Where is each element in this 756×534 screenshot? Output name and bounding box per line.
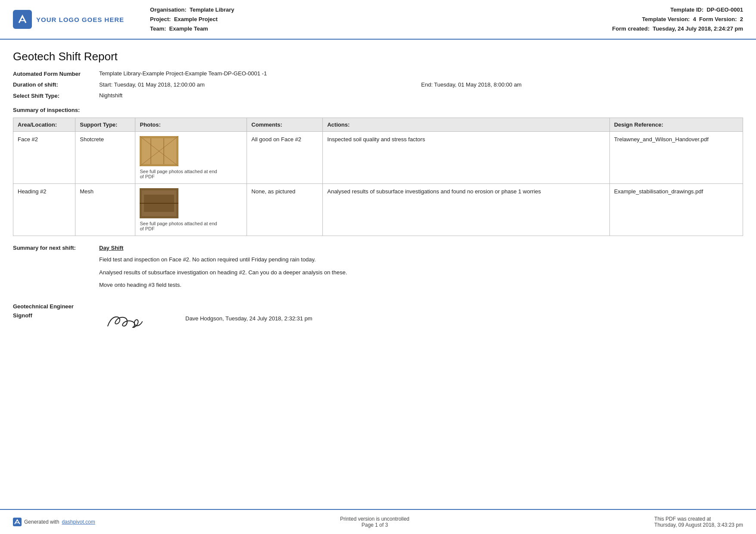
cell-area: Heading #2 [13, 184, 75, 236]
team-value: Example Team [169, 25, 208, 32]
template-id-value: DP-GEO-0001 [706, 6, 743, 13]
page-header: YOUR LOGO GOES HERE Organisation: Templa… [0, 0, 756, 40]
signoff-signature [99, 302, 177, 337]
cell-photo: See full page photos attached at end of … [135, 184, 247, 236]
template-version-label: Template Version: [642, 16, 690, 22]
template-id-row: Template ID: DP-GEO-0001 [612, 5, 743, 15]
signoff-name-date: Dave Hodgson, Tuesday, 24 July 2018, 2:3… [177, 302, 312, 322]
col-area: Area/Location: [13, 118, 75, 132]
cell-photo: See full page photos attached at end of … [135, 132, 247, 184]
cell-support: Mesh [75, 184, 135, 236]
day-shift-title: Day Shift [99, 245, 743, 251]
photo-thumbnail [140, 188, 178, 218]
footer-center: Printed version is uncontrolled Page 1 o… [340, 516, 409, 528]
project-row: Project: Example Project [150, 15, 603, 24]
cell-comments: None, as pictured [247, 184, 323, 236]
svg-rect-4 [150, 138, 151, 164]
col-comments: Comments: [247, 118, 323, 132]
duration-end: End: Tuesday, 01 May 2018, 8:00:00 am [421, 81, 743, 88]
signoff-label: Geotechnical Engineer Signoff [13, 302, 99, 320]
col-photos: Photos: [135, 118, 247, 132]
signature-image [103, 307, 159, 332]
template-version-value: 4 [693, 16, 696, 22]
table-row: Heading #2 Mesh See full page photos att… [13, 184, 743, 236]
photo-caption: See full page photos attached at end of … [140, 169, 217, 179]
report-title: Geotech Shift Report [13, 50, 743, 63]
logo-icon [13, 10, 32, 29]
summary-content: Day Shift Field test and inspection on F… [99, 245, 743, 294]
signoff-label-line1: Geotechnical Engineer [13, 303, 74, 310]
footer-generated-text: Generated with [24, 519, 59, 525]
duration-row: Duration of shift: Start: Tuesday, 01 Ma… [13, 81, 743, 88]
form-number-row: Automated Form Number Template Library-E… [13, 70, 743, 77]
photo-caption: See full page photos attached at end of … [140, 221, 217, 231]
footer-right-line1: This PDF was created at [654, 516, 743, 522]
cell-design-ref: Example_stabilisation_drawings.pdf [609, 184, 743, 236]
form-created-row: Form created: Tuesday, 24 July 2018, 2:2… [612, 24, 743, 34]
page-footer: Generated with dashpivot.com Printed ver… [0, 509, 756, 534]
signoff-section: Geotechnical Engineer Signoff Dave Hodgs… [13, 302, 743, 337]
org-info: Organisation: Template Library Project: … [133, 5, 603, 34]
org-label: Organisation: [150, 6, 187, 13]
template-meta: Template ID: DP-GEO-0001 Template Versio… [612, 5, 743, 34]
duration-start: Start: Tuesday, 01 May 2018, 12:00:00 am [99, 81, 421, 88]
col-support: Support Type: [75, 118, 135, 132]
logo-section: YOUR LOGO GOES HERE [13, 5, 124, 34]
shift-type-label: Select Shift Type: [13, 92, 99, 99]
form-created-value: Tuesday, 24 July 2018, 2:24:27 pm [653, 25, 743, 32]
cell-area: Face #2 [13, 132, 75, 184]
form-version-label: Form Version: [699, 16, 737, 22]
footer-left: Generated with dashpivot.com [13, 518, 95, 526]
summary-paragraph: Move onto heading #3 field tests. [99, 281, 743, 289]
footer-logo-icon [13, 518, 22, 526]
cell-support: Shotcrete [75, 132, 135, 184]
summary-row: Summary for next shift: Day Shift Field … [13, 245, 743, 294]
team-row: Team: Example Team [150, 24, 603, 34]
main-content: Geotech Shift Report Automated Form Numb… [0, 40, 756, 347]
template-id-label: Template ID: [670, 6, 703, 13]
summary-paragraph: Analysed results of subsurface investiga… [99, 268, 743, 277]
signoff-label-line2: Signoff [13, 312, 32, 319]
project-label: Project: [150, 16, 171, 22]
footer-page-text: Page 1 of 3 [340, 522, 409, 528]
logo-text: YOUR LOGO GOES HERE [36, 16, 124, 23]
summary-label: Summary for next shift: [13, 245, 99, 251]
footer-right-line2: Thursday, 09 August 2018, 3:43:23 pm [654, 522, 743, 528]
inspections-title: Summary of inspections: [13, 107, 743, 113]
col-actions: Actions: [323, 118, 609, 132]
svg-rect-10 [13, 518, 22, 526]
footer-right: This PDF was created at Thursday, 09 Aug… [654, 516, 743, 528]
cell-actions: Analysed results of subsurface investiga… [323, 184, 609, 236]
form-number-value: Template Library-Example Project-Example… [99, 70, 743, 77]
org-value: Template Library [190, 6, 234, 13]
form-created-label: Form created: [612, 25, 650, 32]
footer-link[interactable]: dashpivot.com [62, 519, 95, 525]
duration-label: Duration of shift: [13, 81, 99, 88]
table-row: Face #2 Shotcrete See full page photos a… [13, 132, 743, 184]
duration-values: Start: Tuesday, 01 May 2018, 12:00:00 am… [99, 81, 743, 88]
shift-type-row: Select Shift Type: Nightshift [13, 92, 743, 99]
svg-rect-5 [163, 138, 164, 164]
version-row: Template Version: 4 Form Version: 2 [612, 15, 743, 24]
cell-design-ref: Trelawney_and_Wilson_Handover.pdf [609, 132, 743, 184]
team-label: Team: [150, 25, 166, 32]
photo-thumbnail [140, 136, 178, 166]
table-header-row: Area/Location: Support Type: Photos: Com… [13, 118, 743, 132]
footer-center-text: Printed version is uncontrolled [340, 516, 409, 522]
inspections-table: Area/Location: Support Type: Photos: Com… [13, 118, 743, 236]
org-row: Organisation: Template Library [150, 5, 603, 15]
shift-type-value: Nightshift [99, 92, 743, 99]
col-design: Design Reference: [609, 118, 743, 132]
cell-comments: All good on Face #2 [247, 132, 323, 184]
cell-actions: Inspected soil quality and stress factor… [323, 132, 609, 184]
summary-paragraph: Field test and inspection on Face #2. No… [99, 255, 743, 264]
form-number-label: Automated Form Number [13, 70, 99, 77]
project-value: Example Project [174, 16, 218, 22]
form-version-value: 2 [740, 16, 743, 22]
